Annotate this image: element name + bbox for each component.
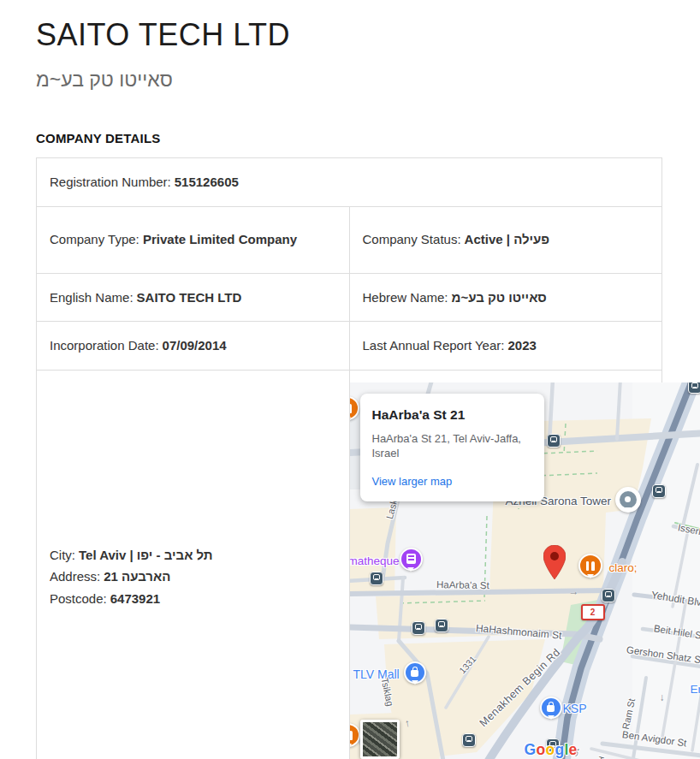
registration-value: 515126605 (175, 175, 239, 189)
city-label: City: (50, 548, 75, 562)
table-row: Incorporation Date:07/09/2014 Last Annua… (37, 322, 662, 371)
poi-label-erlich-photo[interactable]: Erlich Photo (691, 680, 700, 700)
english-name-cell: English Name:SAITO TECH LTD (37, 273, 350, 322)
company-status-label: Company Status: (363, 232, 461, 246)
road-arrow-icon: ↓ (660, 689, 665, 706)
poi-label-claro[interactable]: claro; (609, 559, 638, 578)
poi-label-cinematheque[interactable]: matheque (350, 552, 400, 572)
incorporation-date-label: Incorporation Date: (50, 338, 159, 353)
page: SAITO TECH LTD סאייטו טק בע~מ COMPANY DE… (0, 0, 700, 759)
location-cell: City:Tel Aviv | תל אביב - יפו Address:הא… (37, 370, 350, 759)
poi-label-ksp[interactable]: KSP (563, 699, 587, 720)
map-info-window: HaArba'a St 21 HaArba'a St 21, Tel Aviv-… (360, 394, 544, 502)
route-2-badge: 2 (581, 604, 605, 620)
street-label-haarbaa: HaArba'a St (436, 577, 489, 595)
postcode-value: 6473921 (110, 591, 160, 606)
hebrew-name-cell: Hebrew Name:סאייטו טק בע~מ (349, 273, 662, 322)
transit-station-icon[interactable] (412, 621, 425, 635)
road-arrow-icon: → (569, 583, 579, 600)
postcode-line: Postcode:6473921 (50, 588, 336, 610)
city-line: City:Tel Aviv | תל אביב - יפו (50, 544, 336, 566)
transit-station-icon[interactable] (652, 484, 666, 498)
transit-station-icon[interactable] (462, 733, 476, 747)
info-window-title: HaArba'a St 21 (372, 404, 532, 426)
english-name-label: English Name: (50, 290, 133, 305)
map-data-attribution: Map data ©2025 Google, Mapa GISrael (487, 756, 645, 759)
english-name-value: SAITO TECH LTD (137, 290, 242, 305)
tower-poi-icon[interactable] (615, 487, 641, 513)
map-canvas[interactable]: Laskov matheque Azrieli Sarona Tower Iss… (350, 382, 700, 759)
transit-station-icon[interactable] (688, 382, 700, 394)
last-report-label: Last Annual Report Year: (363, 338, 505, 353)
company-type-cell: Company Type: Private Limited Company (37, 206, 350, 273)
report-map-error-link[interactable]: Report a map error (679, 756, 700, 759)
company-title-hebrew: סאייטו טק בע~מ (36, 68, 662, 92)
company-type-value: Private Limited Company (143, 232, 297, 246)
last-report-cell: Last Annual Report Year:2023 (349, 322, 662, 371)
table-row: English Name:SAITO TECH LTD Hebrew Name:… (37, 273, 662, 322)
incorporation-date-cell: Incorporation Date:07/09/2014 (37, 322, 350, 371)
shopping-mall-icon[interactable] (404, 661, 426, 684)
cinema-icon[interactable] (400, 548, 423, 571)
shopping-store-icon[interactable] (540, 697, 562, 719)
transit-station-icon[interactable] (370, 572, 383, 585)
address-value: הארבעה 21 (104, 569, 170, 584)
hebrew-name-value: סאייטו טק בע~מ (452, 290, 547, 305)
map-location-pin[interactable] (543, 545, 566, 586)
section-heading: COMPANY DETAILS (36, 131, 662, 145)
satellite-layer-thumbnail[interactable] (360, 720, 400, 759)
map-cell: Laskov matheque Azrieli Sarona Tower Iss… (349, 370, 662, 759)
company-details-table: Registration Number:515126605 Company Ty… (36, 157, 662, 759)
registration-label: Registration Number: (50, 175, 171, 189)
company-status-value: Active | פעילה (465, 232, 550, 246)
table-row: Registration Number:515126605 (37, 158, 662, 207)
keyboard-shortcuts-link[interactable]: Keyboard shortcuts (404, 756, 481, 759)
table-row: Company Type: Private Limited Company Co… (37, 206, 662, 273)
city-value: Tel Aviv | תל אביב - יפו (79, 548, 213, 562)
info-window-address: HaArba'a St 21, Tel Aviv-Jaffa, Israel (372, 432, 532, 461)
company-title: SAITO TECH LTD (36, 17, 662, 53)
restaurant-icon[interactable] (578, 554, 602, 578)
company-type-label: Company Type: (50, 232, 139, 246)
incorporation-date-value: 07/09/2014 (163, 338, 227, 353)
transit-station-icon[interactable] (435, 619, 448, 632)
view-larger-map-link[interactable]: View larger map (372, 475, 453, 488)
postcode-label: Postcode: (50, 591, 107, 606)
address-label: Address: (50, 569, 100, 584)
transit-station-icon[interactable] (602, 589, 615, 602)
address-line: Address:הארבעה 21 (50, 566, 336, 588)
transit-station-icon[interactable] (547, 434, 561, 448)
hebrew-name-label: Hebrew Name: (363, 290, 448, 305)
company-status-cell: Company Status:Active | פעילה (349, 206, 662, 273)
registration-cell: Registration Number:515126605 (37, 158, 662, 207)
table-row: City:Tel Aviv | תל אביב - יפו Address:הא… (37, 370, 662, 759)
last-report-value: 2023 (507, 338, 536, 353)
terms-link[interactable]: Terms (647, 756, 672, 759)
